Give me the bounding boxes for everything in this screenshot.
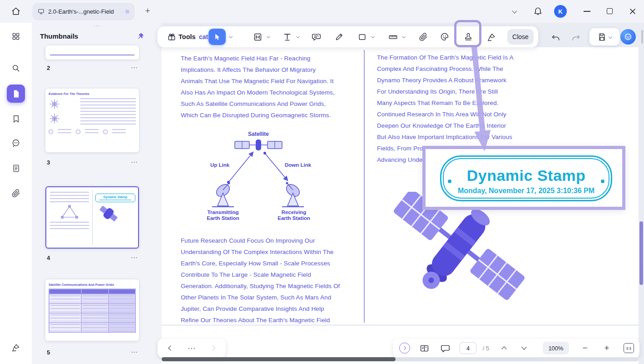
history-nav-pill: ⋯ xyxy=(158,339,226,358)
pin-button[interactable] xyxy=(135,31,145,41)
thumbnail-label: 2 xyxy=(47,65,50,71)
thumbnail-menu-button[interactable]: ⋯ xyxy=(129,158,140,166)
avatar[interactable]: K xyxy=(554,5,567,18)
diagram-label-receiving: Receiving Earth Station xyxy=(275,209,313,221)
new-tab-button[interactable]: + xyxy=(142,5,154,17)
expand-nav-button[interactable] xyxy=(399,343,410,354)
nav-back-button[interactable] xyxy=(164,339,178,358)
thumbnail-menu-button[interactable]: ⋯ xyxy=(129,64,140,72)
mini-triangle-diagram xyxy=(59,204,79,220)
highlight-tool-dropdown[interactable] xyxy=(267,35,270,38)
zoom-in-button[interactable]: + xyxy=(600,339,614,358)
more-pages-button[interactable]: ⋯ xyxy=(185,339,198,358)
maximize-button[interactable] xyxy=(607,8,613,14)
pdf-page: The Earth's Magnetic Field Has Far - Rea… xyxy=(162,47,639,324)
notifications-button[interactable] xyxy=(533,6,543,15)
highlight-tool-button[interactable] xyxy=(250,29,265,45)
pencil-icon xyxy=(335,32,344,41)
close-toolbar-button[interactable]: Close xyxy=(507,29,534,45)
sidebar-item-search[interactable] xyxy=(7,59,25,77)
page-total: / 5 xyxy=(479,339,493,358)
bell-icon xyxy=(533,6,543,15)
comments-panel-button[interactable] xyxy=(437,339,453,358)
undo-button[interactable] xyxy=(548,30,564,46)
home-button[interactable] xyxy=(8,3,24,20)
redo-button[interactable] xyxy=(568,30,584,46)
paragraph: The Earth's Magnetic Field Has Far - Rea… xyxy=(181,53,339,121)
sticker-tool-button[interactable] xyxy=(437,29,452,45)
thumbnail-page-3[interactable]: Evidence For The Theories xyxy=(45,89,139,152)
paragraph: Future Research Could Focus On Improving… xyxy=(181,235,341,337)
measure-tool-button[interactable] xyxy=(385,29,401,45)
comment-icon xyxy=(11,139,20,148)
sidebar-item-bookmarks[interactable] xyxy=(7,110,25,128)
sidebar-item-thumbnails[interactable] xyxy=(7,85,25,103)
fit-actual-size-button[interactable]: 1:1 xyxy=(624,343,634,353)
thumbnail-menu-button[interactable]: ⋯ xyxy=(129,348,140,356)
text-tool-dropdown[interactable] xyxy=(296,35,300,38)
zoom-out-button[interactable]: − xyxy=(578,339,592,358)
ruler-icon xyxy=(388,32,398,42)
sidebar-item-attachments[interactable] xyxy=(7,184,25,202)
text-tool-icon xyxy=(282,32,292,42)
select-tool-dropdown[interactable] xyxy=(229,35,233,38)
nav-forward-button[interactable] xyxy=(206,339,219,358)
tools-label[interactable]: Tools xyxy=(178,26,196,47)
thumbnail-menu-button[interactable]: ⋯ xyxy=(129,254,140,262)
signature-pen-icon xyxy=(11,343,20,352)
save-dropdown[interactable] xyxy=(608,35,612,39)
search-icon xyxy=(11,64,20,73)
secondary-scrollbar-thumb[interactable] xyxy=(641,30,643,44)
page-icon xyxy=(12,164,20,173)
page-controls-bar: / 5 100% − + 1:1 xyxy=(393,339,639,358)
stamp-tool-highlight-box xyxy=(454,20,481,47)
panel-drag-handle[interactable]: ⋯ xyxy=(32,23,162,29)
sidebar-item-signature[interactable] xyxy=(7,339,25,357)
tab-close-button[interactable] xyxy=(125,10,129,14)
tab-title: 2.0-Earth's-...gnetic-Field xyxy=(48,8,122,15)
ai-assistant-button[interactable] xyxy=(620,29,636,45)
measure-tool-dropdown[interactable] xyxy=(402,35,406,38)
signature-tool-button[interactable] xyxy=(484,29,499,45)
page-number-input[interactable] xyxy=(460,342,476,354)
mini-text-lines xyxy=(80,98,136,125)
save-button[interactable] xyxy=(590,28,619,45)
signature-icon xyxy=(487,32,496,42)
pencil-tool-button[interactable] xyxy=(332,29,347,45)
sticker-smiley-icon xyxy=(440,32,449,41)
thumbnail-page-4[interactable]: Dynamic Stamp xyxy=(45,186,139,249)
column-divider xyxy=(364,50,365,323)
comment-bubble-icon xyxy=(441,344,450,353)
window-close-button[interactable] xyxy=(629,8,636,15)
chevron-down-icon[interactable] xyxy=(512,8,517,13)
shape-tool-button[interactable] xyxy=(354,29,370,45)
thumbnail-label: 4 xyxy=(47,254,50,261)
previous-page-button[interactable] xyxy=(496,339,512,358)
redo-icon xyxy=(571,34,580,43)
sidebar-item-comments[interactable] xyxy=(7,134,25,152)
shape-tool-dropdown[interactable] xyxy=(371,35,375,38)
dynamic-stamp-annotation[interactable]: Dynamic Stamp Monday, November 17, 2025 … xyxy=(422,146,625,210)
minimize-button[interactable] xyxy=(584,11,590,12)
stamp-title: Dynamic Stamp xyxy=(441,167,611,184)
sidebar-item-pages[interactable] xyxy=(7,159,25,177)
zoom-level[interactable]: 100% xyxy=(543,342,569,354)
text-tool-button[interactable] xyxy=(279,29,295,45)
thumbnail-page-2[interactable] xyxy=(45,45,139,60)
reading-mode-button[interactable] xyxy=(416,339,432,358)
select-tool-button[interactable] xyxy=(208,29,226,45)
comment-tool-button[interactable] xyxy=(308,29,324,45)
document-tab[interactable]: 2.0-Earth's-...gnetic-Field xyxy=(33,3,134,20)
tools-button[interactable] xyxy=(164,29,179,45)
thumbnail-caption: Evidence For The Theories xyxy=(49,92,136,96)
attach-tool-button[interactable] xyxy=(416,29,431,45)
sidebar-item-apps[interactable] xyxy=(7,27,25,45)
thumbnail-page-5[interactable]: Satellite Communications And Power Grids xyxy=(45,279,139,341)
gift-icon xyxy=(167,32,176,41)
thumbnail-caption: Satellite Communications And Power Grids xyxy=(49,283,136,287)
horizontal-scrollbar[interactable] xyxy=(162,357,639,361)
next-page-button[interactable] xyxy=(516,339,532,358)
mode-label-partial: cat xyxy=(199,26,208,47)
vertical-scrollbar-thumb[interactable] xyxy=(639,221,643,285)
horizontal-scrollbar-thumb[interactable] xyxy=(162,357,396,361)
